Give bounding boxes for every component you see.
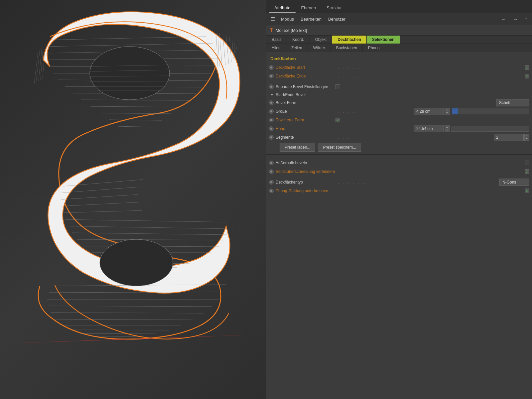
hoehe-input[interactable] <box>414 125 444 132</box>
radio-phong-glaettung[interactable] <box>269 189 274 193</box>
radio-segmente[interactable] <box>269 135 274 140</box>
label-groesse: Größe <box>276 109 335 114</box>
label-deckflaeche-ende: Deckfläche Ende <box>276 74 335 78</box>
preset-save-button[interactable]: Preset speichern... <box>318 143 361 152</box>
viewport-3d[interactable] <box>0 0 266 399</box>
label-segmente: Segmente <box>276 135 335 140</box>
radio-erweiterte-form[interactable] <box>269 118 274 122</box>
radio-hoehe[interactable] <box>269 126 274 131</box>
radio-deckflaeche-ende[interactable] <box>269 74 274 78</box>
checkbox-erweiterte-form[interactable] <box>335 118 340 122</box>
object-title-bar: T MoText [MoText] <box>266 25 532 36</box>
groesse-bar-track[interactable] <box>458 108 529 114</box>
preset-load-button[interactable]: Preset laden... <box>280 143 315 152</box>
sub-tab-objekt[interactable]: Objekt <box>310 36 332 44</box>
sub-tab2-buchstaben[interactable]: Buchstaben <box>331 44 363 52</box>
prop-deckflaeche-start: Deckfläche Start . . . . . . . . . . <box>266 63 532 72</box>
tab-ebenen[interactable]: Ebenen <box>296 3 321 13</box>
attribute-panel: Attribute Ebenen Struktur ☰ Modus Bearbe… <box>266 0 532 399</box>
dropdown-deckflaechentyp[interactable]: N-Gons <box>499 179 529 186</box>
tab-attribute[interactable]: Attribute <box>269 3 296 13</box>
segmente-spinner[interactable]: ▲ ▼ <box>524 134 529 141</box>
section-deckflaechen-header: Deckflächen <box>266 55 532 63</box>
sub-tab2-zeilen[interactable]: Zeilen <box>286 44 308 52</box>
prop-selbstueberschneidung: Selbstüberschneidung verhindern . <box>266 167 532 176</box>
checkbox-ausserhalb-beveln[interactable] <box>525 161 529 165</box>
radio-deckflaechentyp[interactable] <box>269 180 274 185</box>
sub-tabs-row2: Alles Zeilen Wörter Buchstaben Phong <box>266 44 532 52</box>
up-button[interactable]: ↑ <box>523 16 529 23</box>
groesse-spinner[interactable]: ▲ ▼ <box>445 108 450 115</box>
prop-deckflaechentyp: Deckflächentyp . . . . . . . . . . . . .… <box>266 178 532 187</box>
tab-struktur[interactable]: Struktur <box>321 3 347 13</box>
radio-selbstueberschneidung[interactable] <box>269 169 274 174</box>
groesse-bar-fill <box>452 108 458 114</box>
label-erweiterte-form: Erweiterte Form <box>276 118 335 122</box>
dropdown-bevel-form[interactable]: Schritt <box>496 99 529 106</box>
label-selbstueberschneidung: Selbstüberschneidung verhindern <box>276 169 335 174</box>
label-deckflaechentyp: Deckflächentyp <box>276 180 335 185</box>
label-bevel-form: Bevel-Form <box>276 100 335 105</box>
groesse-input[interactable] <box>414 108 444 115</box>
hoehe-spinner[interactable]: ▲ ▼ <box>445 125 450 132</box>
prop-segmente: Segmente . . . . . . . ▲ ▼ <box>266 133 532 142</box>
prop-groesse: Größe . . . . . . . . . ▲ ▼ <box>266 107 532 116</box>
benutzer-menu[interactable]: Benutzer <box>326 16 347 22</box>
checkbox-phong-glaettung[interactable] <box>525 189 529 193</box>
bevel-section-header[interactable]: ▼ Start/Ende Bevel <box>266 91 532 98</box>
label-hoehe: Höhe <box>276 126 335 131</box>
radio-groesse[interactable] <box>269 109 274 114</box>
hoehe-bar-track[interactable] <box>451 126 529 132</box>
svg-point-55 <box>90 47 170 100</box>
checkbox-selbstueberschneidung[interactable] <box>525 169 529 174</box>
hoehe-input-wrap: ▲ ▼ <box>414 125 450 132</box>
label-phong-glaettung: Phong-Glättung unterbrechen <box>276 189 335 193</box>
sub-tab-selektionen[interactable]: Selektionen <box>367 36 400 44</box>
radio-bevel-form[interactable] <box>269 100 274 105</box>
toolbar: ☰ Modus Bearbeiten Benutzer ← → ↑ <box>266 13 532 25</box>
bearbeiten-menu[interactable]: Bearbeiten <box>299 16 324 22</box>
menu-button[interactable]: ☰ <box>269 15 276 23</box>
label-ausserhalb-beveln: Außerhalb beveln <box>276 161 335 165</box>
sub-tab2-alles[interactable]: Alles <box>266 44 286 52</box>
label-separate-bevel: Separate Bevel-Einstellungen <box>276 84 335 89</box>
preset-buttons-row: Preset laden... Preset speichern... <box>266 142 532 153</box>
bevel-section-label: Start/Ende Bevel <box>276 92 306 97</box>
sub-tab-deckflaechen[interactable]: Deckflächen <box>332 36 367 44</box>
sub-tab-koord[interactable]: Koord. <box>287 36 310 44</box>
sub-tab-basis[interactable]: Basis <box>266 36 287 44</box>
groesse-input-wrap: ▲ ▼ <box>414 108 450 115</box>
segmente-input-wrap: ▲ ▼ <box>494 134 529 141</box>
checkbox-separate-bevel[interactable] <box>335 84 340 89</box>
object-icon: T <box>270 27 273 33</box>
radio-separate-bevel[interactable] <box>269 84 274 89</box>
prop-hoehe: Höhe . . . . . . . . . ▲ ▼ ↗ <box>266 124 532 133</box>
prop-phong-glaettung: Phong-Glättung unterbrechen . . . <box>266 187 532 195</box>
prop-erweiterte-form: Erweiterte Form <box>266 116 532 124</box>
radio-deckflaeche-start[interactable] <box>269 65 274 70</box>
chevron-down-icon: ▼ <box>270 93 274 97</box>
checkbox-deckflaeche-ende[interactable] <box>525 74 529 78</box>
prop-separate-bevel: Separate Bevel-Einstellungen <box>266 82 532 91</box>
radio-ausserhalb-beveln[interactable] <box>269 161 274 165</box>
forward-button[interactable]: → <box>511 16 520 23</box>
sub-tab2-phong[interactable]: Phong <box>363 44 385 52</box>
svg-point-56 <box>100 239 173 286</box>
prop-deckflaeche-ende: Deckfläche Ende . . . . . . . . . . <box>266 72 532 80</box>
back-button[interactable]: ← <box>499 16 508 23</box>
modus-menu[interactable]: Modus <box>279 16 296 22</box>
segmente-input[interactable] <box>494 134 524 141</box>
checkbox-deckflaeche-start[interactable] <box>525 65 529 70</box>
sub-tabs-row1: Basis Koord. Objekt Deckflächen Selektio… <box>266 36 532 44</box>
prop-ausserhalb-beveln: Außerhalb beveln . . . . . . . . . . . .… <box>266 159 532 167</box>
label-deckflaeche-start: Deckfläche Start <box>276 65 335 70</box>
object-name: MoText [MoText] <box>276 28 307 33</box>
sub-tab2-woerter[interactable]: Wörter <box>308 44 331 52</box>
main-tab-bar: Attribute Ebenen Struktur <box>266 0 532 13</box>
prop-bevel-form: Bevel-Form . . . Schritt <box>266 98 532 107</box>
properties-area: Deckflächen Deckfläche Start . . . . . .… <box>266 52 532 399</box>
